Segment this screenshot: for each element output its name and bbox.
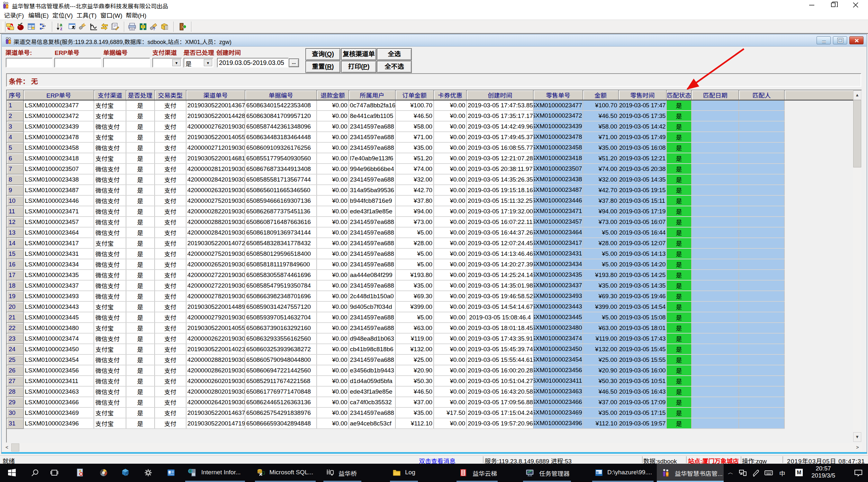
svg-text:?: ?	[153, 27, 155, 31]
svg-text:z: z	[60, 26, 62, 31]
